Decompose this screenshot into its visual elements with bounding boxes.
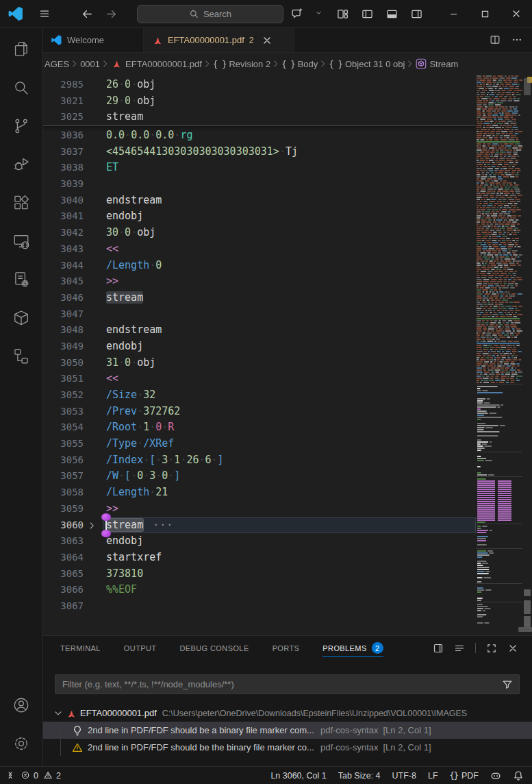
close-tab-icon[interactable]: [262, 35, 273, 46]
code-line[interactable]: 3049endobj: [42, 339, 476, 355]
line-number[interactable]: 3056: [42, 452, 84, 469]
fold-ellipsis[interactable]: ···: [153, 519, 173, 531]
maximize-button[interactable]: [469, 0, 501, 27]
line-number[interactable]: 3048: [42, 322, 84, 339]
maximize-panel-icon[interactable]: [486, 643, 497, 654]
line-number[interactable]: 3057: [42, 468, 84, 485]
code-line[interactable]: 3040endstream: [42, 193, 476, 209]
code-line[interactable]: 3048endstream: [42, 322, 476, 339]
sidebar-left-icon[interactable]: [362, 8, 373, 20]
minimize-button[interactable]: [438, 0, 469, 27]
caret-down-icon[interactable]: [316, 10, 324, 18]
code-line[interactable]: 3045>>: [42, 273, 476, 290]
code-line[interactable]: 30360.0·0.0·0.0·rg: [42, 127, 476, 144]
menu-icon[interactable]: [39, 8, 50, 19]
sidebar-item-remote-explorer[interactable]: [0, 222, 42, 260]
breadcrumb-item[interactable]: EFTA00000001.pdf: [111, 58, 202, 69]
code-line[interactable]: 3055/Type·/XRef: [42, 436, 476, 452]
line-number[interactable]: 3058: [42, 485, 84, 501]
code-line[interactable]: 3067: [42, 598, 476, 615]
problems-file-row[interactable]: EFTA00000001.pdf C:\Users\peter\OneDrive…: [42, 705, 532, 722]
command-center-search[interactable]: Search: [137, 5, 283, 23]
split-editor-icon[interactable]: [490, 34, 501, 45]
line-number[interactable]: 3047: [42, 306, 84, 323]
forward-arrow-icon[interactable]: [105, 8, 117, 20]
code-line[interactable]: 3044/Length·0: [42, 258, 476, 274]
layout-grid-icon[interactable]: [337, 8, 349, 20]
code-line[interactable]: 3025stream: [42, 109, 476, 125]
line-number[interactable]: 3042: [42, 225, 84, 241]
sidebar-item-run-debug[interactable]: [0, 145, 42, 184]
problems-filter-input[interactable]: [55, 679, 502, 689]
breadcrumb-item[interactable]: AGES: [45, 59, 69, 69]
panel-tab-debug-console[interactable]: DEBUG CONSOLE: [179, 636, 249, 660]
sidebar-item-explorer[interactable]: [0, 30, 42, 69]
code-line[interactable]: 3051<<: [42, 371, 476, 387]
code-line[interactable]: 302129·0·obj: [42, 93, 476, 110]
line-number[interactable]: 3046: [42, 290, 84, 306]
panel-tab-ports[interactable]: PORTS: [273, 636, 300, 660]
code-line[interactable]: 3065373810: [42, 566, 476, 583]
line-number[interactable]: 3044: [42, 258, 84, 274]
line-number[interactable]: 3043: [42, 241, 84, 258]
line-number[interactable]: 3021: [42, 93, 84, 110]
code-line[interactable]: 3038ET: [42, 160, 476, 176]
line-number[interactable]: 3064: [42, 550, 84, 566]
code-line[interactable]: 3041endobj: [42, 208, 476, 225]
minimap[interactable]: [476, 75, 522, 635]
line-number[interactable]: 3054: [42, 419, 84, 436]
code-line[interactable]: 3052/Size·32: [42, 387, 476, 404]
view-lines-icon[interactable]: [454, 643, 465, 654]
line-number[interactable]: 3053: [42, 404, 84, 420]
line-number[interactable]: 3049: [42, 339, 84, 355]
code-line[interactable]: 3053/Prev·372762: [42, 404, 476, 420]
back-arrow-icon[interactable]: [81, 8, 93, 20]
scrollbar-thumb[interactable]: [524, 78, 531, 95]
problem-row[interactable]: 2nd line in PDF/FDF should be a binary f…: [42, 722, 532, 739]
line-number[interactable]: 3066: [42, 582, 84, 598]
panel-bottom-icon[interactable]: [386, 8, 398, 20]
more-actions-icon[interactable]: [511, 34, 522, 45]
breadcrumb-item[interactable]: { }Revision 2: [213, 59, 270, 69]
sidebar-item-pdf-tools[interactable]: [0, 260, 42, 299]
status-item-lf[interactable]: LF: [428, 771, 438, 781]
line-number[interactable]: 3065: [42, 566, 84, 583]
code-line[interactable]: 298526·0·obj: [42, 77, 476, 93]
code-line[interactable]: 3066%%EOF: [42, 582, 476, 598]
line-number[interactable]: 3067: [42, 598, 84, 615]
status-item[interactable]: [490, 770, 501, 781]
line-number[interactable]: 3060: [42, 517, 84, 534]
status-item[interactable]: [513, 770, 524, 781]
line-number[interactable]: 3041: [42, 208, 84, 225]
line-number[interactable]: 3063: [42, 533, 84, 550]
code-line[interactable]: 305031·0·obj: [42, 355, 476, 371]
breadcrumb-item[interactable]: Stream: [416, 58, 458, 69]
problem-row[interactable]: 2nd line in PDF/FDF should be the binary…: [42, 739, 532, 756]
activity-settings-button[interactable]: [0, 724, 42, 763]
line-number[interactable]: 2985: [42, 77, 84, 93]
line-number[interactable]: 3045: [42, 273, 84, 290]
code-line[interactable]: 3064startxref: [42, 550, 476, 566]
status-item-utf-8[interactable]: UTF-8: [392, 771, 416, 781]
fold-chevron-icon[interactable]: [88, 521, 97, 530]
panel-tab-output[interactable]: OUTPUT: [124, 636, 157, 660]
chevron-down-icon[interactable]: [53, 709, 63, 718]
code-line[interactable]: 3037<45465441303030303030303031>·Tj: [42, 144, 476, 160]
tab-efta00000001-pdf[interactable]: EFTA00000001.pdf2: [144, 27, 294, 52]
line-number[interactable]: 3025: [42, 109, 84, 125]
code-line[interactable]: 3058/Length·21: [42, 485, 476, 501]
line-number[interactable]: 3052: [42, 387, 84, 404]
line-number[interactable]: 3050: [42, 355, 84, 371]
line-number[interactable]: 3038: [42, 160, 84, 176]
remote-indicator-icon[interactable]: [5, 770, 16, 781]
sidebar-item-package[interactable]: [0, 299, 42, 337]
activity-account-button[interactable]: [0, 686, 42, 724]
panel-tab-problems[interactable]: PROBLEMS2: [322, 636, 383, 660]
code-line[interactable]: 3043<<: [42, 241, 476, 258]
code-line[interactable]: 3063endobj: [42, 533, 476, 550]
editor-scrollbar[interactable]: [522, 75, 532, 635]
close-button[interactable]: [501, 0, 532, 27]
code-line[interactable]: 3056/Index·[·3·1·26·6·]: [42, 452, 476, 469]
code-line[interactable]: 3046stream: [42, 290, 476, 306]
sidebar-item-search[interactable]: [0, 69, 42, 107]
